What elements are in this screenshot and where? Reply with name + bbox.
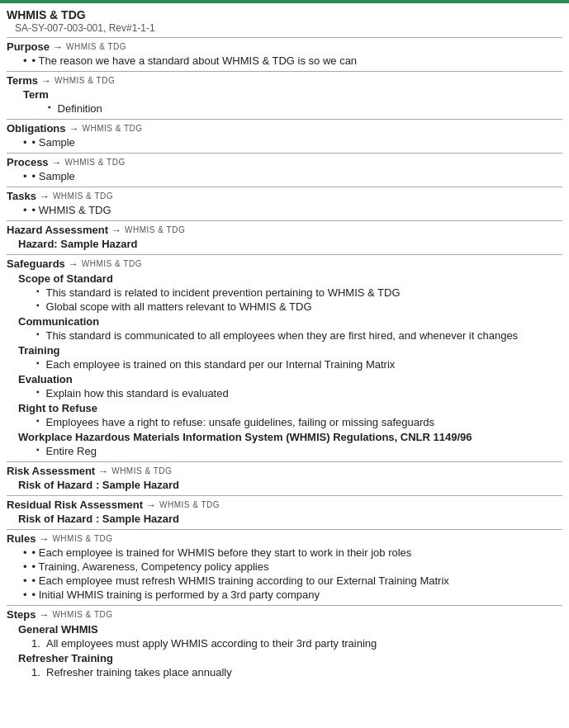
right-item-1: ▪ Employees have a right to refuse: unsa… xyxy=(7,416,562,428)
reg-title: Workplace Hazardous Materials Informatio… xyxy=(7,431,562,443)
residual-risk-tag: WHMIS & TDG xyxy=(159,500,220,509)
obligations-header: Obligations → WHMIS & TDG xyxy=(7,122,562,135)
document-id: SA-SY-007-003-001, Rev#1-1-1 xyxy=(7,22,562,34)
communication-text-1: This standard is communicated to all emp… xyxy=(46,329,519,342)
rules-item-2: • Training, Awareness, Competency policy… xyxy=(7,560,562,573)
general-whmis-title: General WHMIS xyxy=(7,623,562,636)
hazard-assessment-tag: WHMIS & TDG xyxy=(125,225,185,234)
purpose-label: Purpose xyxy=(7,40,50,53)
hazard-assessment-arrow: → xyxy=(111,225,121,236)
purpose-bullet-1: • The reason we have a standard about WH… xyxy=(23,54,357,67)
term-row: Term xyxy=(7,88,562,101)
main-container: WHMIS & TDG SA-SY-007-003-001, Rev#1-1-1… xyxy=(0,3,569,699)
definition-text: Definition xyxy=(58,102,102,115)
steps-section: Steps → WHMIS & TDG General WHMIS 1. All… xyxy=(7,605,562,683)
reg-bullet-1: ▪ xyxy=(36,445,40,454)
rules-label: Rules xyxy=(7,532,36,545)
process-section: Process → WHMIS & TDG • Sample xyxy=(7,153,562,187)
tasks-header: Tasks → WHMIS & TDG xyxy=(7,190,562,202)
right-bullet-1: ▪ xyxy=(36,416,40,425)
terms-section: Terms → WHMIS & TDG Term ▪ Definition xyxy=(7,71,562,119)
steps-header: Steps → WHMIS & TDG xyxy=(7,608,562,621)
general-num-1: 1. xyxy=(31,637,46,650)
rules-bullet-2: • Training, Awareness, Competency policy… xyxy=(23,560,268,573)
rules-tag: WHMIS & TDG xyxy=(52,534,112,543)
residual-risk-risk-label: Risk of Hazard : Sample Hazard xyxy=(7,513,562,525)
evaluation-item-1: ▪ Explain how this standard is evaluated xyxy=(7,387,562,399)
communication-item-1: ▪ This standard is communicated to all e… xyxy=(7,329,562,342)
purpose-section: Purpose → WHMIS & TDG • The reason we ha… xyxy=(7,37,562,71)
residual-risk-label: Residual Risk Assessment xyxy=(7,499,143,511)
tasks-tag: WHMIS & TDG xyxy=(53,191,113,201)
residual-risk-section: Residual Risk Assessment → WHMIS & TDG R… xyxy=(7,495,562,529)
scope-text-1: This standard is related to incident pre… xyxy=(46,286,401,299)
steps-arrow: → xyxy=(39,609,49,621)
tasks-bullet-1: • WHMIS & TDG xyxy=(23,204,111,216)
rules-header: Rules → WHMIS & TDG xyxy=(7,532,562,545)
purpose-item-1: • The reason we have a standard about WH… xyxy=(7,54,562,67)
terms-header: Terms → WHMIS & TDG xyxy=(7,74,562,87)
terms-arrow: → xyxy=(41,75,51,87)
rules-arrow: → xyxy=(39,533,49,545)
steps-label: Steps xyxy=(7,608,36,621)
communication-bullet-1: ▪ xyxy=(36,329,40,338)
scope-text-2: Global scope with all matters relevant t… xyxy=(46,300,312,313)
training-item-1: ▪ Each employee is trained on this stand… xyxy=(7,358,562,371)
general-item-1: 1. All employees must apply WHMIS accord… xyxy=(7,637,562,650)
evaluation-text-1: Explain how this standard is evaluated xyxy=(46,387,229,399)
rules-item-3: • Each employee must refresh WHMIS train… xyxy=(7,574,562,587)
reg-text-1: Entire Reg xyxy=(46,445,97,457)
training-title: Training xyxy=(7,344,562,357)
rules-bullet-3: • Each employee must refresh WHMIS train… xyxy=(23,574,449,587)
refresher-num-1: 1. xyxy=(31,666,46,678)
training-text-1: Each employee is trained on this standar… xyxy=(46,358,396,371)
risk-assessment-arrow: → xyxy=(98,466,108,477)
rules-bullet-1: • Each employee is trained for WHMIS bef… xyxy=(23,546,411,559)
process-tag: WHMIS & TDG xyxy=(65,158,126,167)
residual-risk-arrow: → xyxy=(146,499,156,511)
scope-title: Scope of Standard xyxy=(7,272,562,285)
purpose-tag: WHMIS & TDG xyxy=(66,42,126,51)
steps-tag: WHMIS & TDG xyxy=(52,610,112,619)
obligations-tag: WHMIS & TDG xyxy=(83,124,143,133)
document-title: WHMIS & TDG xyxy=(7,8,562,21)
scope-item-2: ▪ Global scope with all matters relevant… xyxy=(7,300,562,313)
definition-row: ▪ Definition xyxy=(7,102,562,115)
tasks-item-1: • WHMIS & TDG xyxy=(7,204,562,216)
process-bullet-1: • Sample xyxy=(23,170,75,182)
obligations-item-1: • Sample xyxy=(7,136,562,149)
training-bullet-1: ▪ xyxy=(36,358,40,367)
rules-section: Rules → WHMIS & TDG • Each employee is t… xyxy=(7,529,562,605)
process-header: Process → WHMIS & TDG xyxy=(7,156,562,168)
right-to-refuse-title: Right to Refuse xyxy=(7,402,562,414)
process-label: Process xyxy=(7,156,49,168)
scope-item-1: ▪ This standard is related to incident p… xyxy=(7,286,562,299)
residual-risk-header: Residual Risk Assessment → WHMIS & TDG xyxy=(7,499,562,511)
process-item-1: • Sample xyxy=(7,170,562,182)
hazard-assessment-header: Hazard Assessment → WHMIS & TDG xyxy=(7,224,562,236)
rules-bullet-4: • Initial WHMIS training is performed by… xyxy=(23,589,320,601)
risk-assessment-section: Risk Assessment → WHMIS & TDG Risk of Ha… xyxy=(7,461,562,495)
safeguards-arrow: → xyxy=(69,258,78,270)
terms-label: Terms xyxy=(7,74,38,87)
evaluation-title: Evaluation xyxy=(7,373,562,385)
obligations-arrow: → xyxy=(69,123,79,135)
obligations-section: Obligations → WHMIS & TDG • Sample xyxy=(7,119,562,153)
process-arrow: → xyxy=(52,157,62,168)
safeguards-tag: WHMIS & TDG xyxy=(82,259,142,268)
refresher-text-1: Refresher training takes place annually xyxy=(46,666,232,678)
scope-bullet-2: ▪ xyxy=(36,300,40,310)
obligations-label: Obligations xyxy=(7,122,66,135)
purpose-arrow: → xyxy=(53,41,63,53)
reg-item-1: ▪ Entire Reg xyxy=(7,445,562,457)
safeguards-header: Safeguards → WHMIS & TDG xyxy=(7,258,562,270)
risk-assessment-header: Risk Assessment → WHMIS & TDG xyxy=(7,465,562,477)
rules-item-1: • Each employee is trained for WHMIS bef… xyxy=(7,546,562,559)
definition-bullet: ▪ xyxy=(48,102,51,111)
hazard-assessment-section: Hazard Assessment → WHMIS & TDG Hazard: … xyxy=(7,220,562,254)
risk-assessment-label: Risk Assessment xyxy=(7,465,95,477)
safeguards-label: Safeguards xyxy=(7,258,65,270)
hazard-label: Hazard: Sample Hazard xyxy=(7,238,562,250)
terms-tag: WHMIS & TDG xyxy=(55,76,115,85)
tasks-section: Tasks → WHMIS & TDG • WHMIS & TDG xyxy=(7,187,562,220)
